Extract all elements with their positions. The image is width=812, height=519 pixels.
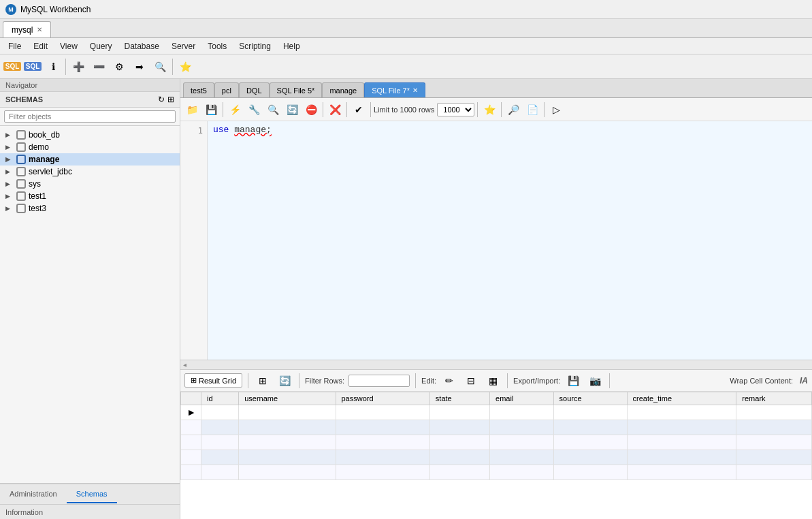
row-4-state[interactable] xyxy=(429,465,489,480)
row-2-create_time[interactable] xyxy=(627,435,736,450)
schema-item-servlet_jdbc[interactable]: ▶ servlet_jdbc xyxy=(0,166,180,178)
toolbar-gear-button[interactable]: ⚙ xyxy=(110,57,129,76)
row-4-remark[interactable] xyxy=(736,465,812,480)
schema-item-test1[interactable]: ▶ test1 xyxy=(0,190,180,202)
col-username[interactable]: username xyxy=(239,392,336,405)
toolbar-info-button[interactable]: ℹ xyxy=(44,57,63,76)
col-state[interactable]: state xyxy=(429,392,489,405)
schema-item-sys[interactable]: ▶ sys xyxy=(0,178,180,190)
sql-tab-sqlfile7-close[interactable]: ✕ xyxy=(412,86,418,94)
row-3-password[interactable] xyxy=(336,450,429,465)
filter-rows-input[interactable] xyxy=(348,375,410,387)
row-4-id[interactable] xyxy=(201,465,239,480)
menu-server[interactable]: Server xyxy=(166,40,201,52)
row-2-username[interactable] xyxy=(239,435,336,450)
row-0-state[interactable] xyxy=(429,405,489,420)
menu-database[interactable]: Database xyxy=(119,40,165,52)
col-id[interactable]: id xyxy=(201,392,239,405)
limit-rows-select[interactable]: 1000 500 200 100 xyxy=(437,103,474,116)
row-0-username[interactable] xyxy=(239,405,336,420)
row-1-email[interactable] xyxy=(490,420,553,435)
col-source[interactable]: source xyxy=(553,392,627,405)
row-2-state[interactable] xyxy=(429,435,489,450)
sql-tab-sqlfile5[interactable]: SQL File 5* xyxy=(270,82,323,97)
sql-stop-button[interactable]: ⛔ xyxy=(302,101,320,119)
sql-save-button[interactable]: 💾 xyxy=(202,101,220,119)
sql-cancel-button[interactable]: ❌ xyxy=(326,101,344,119)
toolbar-minus-button[interactable]: ➖ xyxy=(89,57,108,76)
sql-execute-button[interactable]: ⚡ xyxy=(226,101,244,119)
horizontal-scrollbar[interactable]: ◂ xyxy=(180,360,812,369)
filter-objects-input[interactable] xyxy=(4,110,176,123)
row-4-username[interactable] xyxy=(239,465,336,480)
sql-bookmark-button[interactable]: ⭐ xyxy=(481,101,498,119)
row-4-password[interactable] xyxy=(336,465,429,480)
schema-item-test3[interactable]: ▶ test3 xyxy=(0,202,180,215)
menu-scripting[interactable]: Scripting xyxy=(233,40,276,52)
result-refresh-button[interactable]: 🔄 xyxy=(276,372,293,390)
export-button[interactable]: 💾 xyxy=(564,372,582,390)
sql-tab-dql[interactable]: DQL xyxy=(239,82,270,97)
sql-search-button[interactable]: 🔍 xyxy=(264,101,282,119)
row-0-source[interactable] xyxy=(553,405,627,420)
schema-options-icon[interactable]: ⊞ xyxy=(167,95,174,104)
sql-tab-manage[interactable]: manage xyxy=(322,82,364,97)
row-4-source[interactable] xyxy=(553,465,627,480)
nav-tab-schemas[interactable]: Schemas xyxy=(67,486,117,503)
result-toggle-button[interactable]: ⊞ xyxy=(254,372,272,390)
toolbar-arrow-button[interactable]: ➡ xyxy=(130,57,149,76)
edit-pencil-button[interactable]: ✏ xyxy=(440,372,458,390)
row-0-remark[interactable] xyxy=(736,405,812,420)
row-0-create_time[interactable] xyxy=(627,405,736,420)
sql-open-button[interactable]: 📁 xyxy=(183,101,201,119)
menu-query[interactable]: Query xyxy=(84,40,118,52)
row-2-source[interactable] xyxy=(553,435,627,450)
col-create_time[interactable]: create_time xyxy=(627,392,736,405)
row-1-source[interactable] xyxy=(553,420,627,435)
row-1-username[interactable] xyxy=(239,420,336,435)
sql-magnify-button[interactable]: 🔎 xyxy=(504,101,522,119)
sql-refresh-button[interactable]: 🔄 xyxy=(283,101,301,119)
row-3-state[interactable] xyxy=(429,450,489,465)
sql-tab-sqlfile7[interactable]: SQL File 7* ✕ xyxy=(364,82,425,97)
toolbar-star-button[interactable]: ⭐ xyxy=(176,57,195,76)
row-3-source[interactable] xyxy=(553,450,627,465)
result-grid-button[interactable]: ⊞ Result Grid xyxy=(184,373,242,388)
row-3-id[interactable] xyxy=(201,450,239,465)
schema-item-book_db[interactable]: ▶ book_db xyxy=(0,129,180,141)
sql-doc-button[interactable]: 📄 xyxy=(523,101,541,119)
row-0-id[interactable] xyxy=(201,405,239,420)
row-2-remark[interactable] xyxy=(736,435,812,450)
row-1-password[interactable] xyxy=(336,420,429,435)
mysql-tab[interactable]: mysql ✕ xyxy=(3,21,51,37)
row-1-create_time[interactable] xyxy=(627,420,736,435)
row-3-username[interactable] xyxy=(239,450,336,465)
toolbar-search-button[interactable]: 🔍 xyxy=(150,57,169,76)
sql-arrow-right-button[interactable]: ▷ xyxy=(547,101,565,119)
row-1-state[interactable] xyxy=(429,420,489,435)
menu-file[interactable]: File xyxy=(3,40,27,52)
nav-tab-administration[interactable]: Administration xyxy=(0,486,67,503)
sql-explain-button[interactable]: 🔧 xyxy=(245,101,263,119)
col-email[interactable]: email xyxy=(490,392,553,405)
row-3-email[interactable] xyxy=(490,450,553,465)
row-0-email[interactable] xyxy=(490,405,553,420)
col-remark[interactable]: remark xyxy=(736,392,812,405)
row-2-password[interactable] xyxy=(336,435,429,450)
menu-view[interactable]: View xyxy=(54,40,83,52)
row-3-create_time[interactable] xyxy=(627,450,736,465)
row-2-id[interactable] xyxy=(201,435,239,450)
sql-editor-content[interactable]: use manage; xyxy=(208,121,812,360)
wrap-ia-icon[interactable]: IA xyxy=(800,376,808,386)
menu-edit[interactable]: Edit xyxy=(28,40,53,52)
row-0-password[interactable] xyxy=(336,405,429,420)
row-3-remark[interactable] xyxy=(736,450,812,465)
schema-item-demo[interactable]: ▶ demo xyxy=(0,141,180,153)
sql-check-button[interactable]: ✔ xyxy=(350,101,368,119)
import-button[interactable]: 📷 xyxy=(586,372,604,390)
menu-tools[interactable]: Tools xyxy=(202,40,232,52)
scroll-arrow-left[interactable]: ◂ xyxy=(180,361,186,368)
edit-table-button[interactable]: ⊟ xyxy=(462,372,480,390)
mysql-tab-close[interactable]: ✕ xyxy=(37,26,42,33)
row-1-id[interactable] xyxy=(201,420,239,435)
